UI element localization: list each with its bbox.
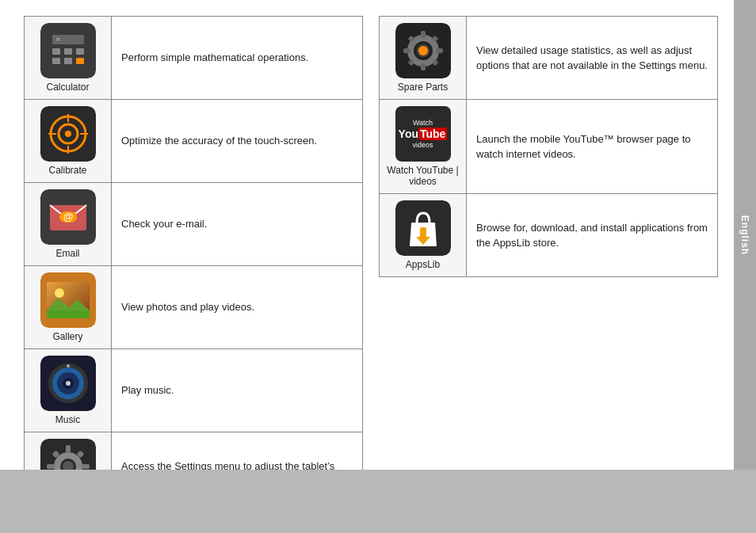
svg-text:@: @ [63,211,73,223]
table-row: Gallery View photos and play videos. [25,266,363,349]
calculator-icon-cell: = Calculator [25,17,112,100]
youtube-desc: Launch the mobile YouTube™ browser page … [467,100,718,194]
language-label: English [739,215,750,254]
youtube-icon-cell: Watch YouTube videos Watch YouTube | vid… [380,100,467,194]
bottom-bar [0,470,756,533]
calculator-desc: Perform simple mathematical operations. [112,17,363,100]
svg-rect-2 [52,48,60,55]
appslib-icon [395,200,451,256]
svg-point-31 [66,381,71,386]
gallery-label: Gallery [29,331,107,342]
svg-rect-38 [47,464,55,469]
table-row: AppsLib Browse for, download, and instal… [380,194,718,277]
gallery-icon [40,272,96,328]
svg-rect-6 [64,58,72,64]
appslib-icon-cell: AppsLib [380,194,467,277]
svg-rect-49 [403,48,410,53]
youtube-icon: Watch YouTube videos [395,106,451,162]
calculator-label: Calculator [29,82,107,93]
right-table-section: Spare Parts View detailed usage statisti… [379,16,718,454]
table-row: @ Email Check your e-mail. [25,183,363,266]
svg-rect-47 [421,31,426,38]
calibrate-icon-cell: Calibrate [25,100,112,183]
svg-rect-36 [66,445,71,453]
svg-rect-7 [76,58,84,64]
svg-point-32 [67,364,70,367]
svg-rect-48 [421,63,426,70]
content-area: = Calculator Perform simple mathematical… [0,0,734,470]
music-desc: Play music. [112,349,363,432]
youtube-label: Watch YouTube | videos [384,165,462,187]
email-desc: Check your e-mail. [112,183,363,266]
svg-rect-25 [47,310,90,318]
music-icon-cell: Music [25,349,112,432]
svg-point-16 [65,131,71,137]
spare-parts-desc: View detailed usage statistics, as well … [467,17,718,100]
language-tab: English [734,0,756,470]
svg-rect-57 [420,227,426,238]
svg-rect-39 [82,464,90,469]
appslib-desc: Browse for, download, and install applic… [467,194,718,277]
email-icon: @ [40,189,96,245]
calculator-icon: = [40,23,96,78]
svg-rect-50 [436,48,443,53]
left-table-section: = Calculator Perform simple mathematical… [24,16,363,454]
table-row: Spare Parts View detailed usage statisti… [380,17,718,100]
svg-point-24 [55,288,64,298]
svg-point-55 [418,46,428,55]
calibrate-label: Calibrate [29,165,107,176]
right-app-table: Spare Parts View detailed usage statisti… [379,16,718,277]
calibrate-icon [40,106,96,162]
spare-parts-icon-cell: Spare Parts [380,17,467,100]
table-row: Calibrate Optimize the accuracy of the t… [25,100,363,183]
svg-rect-5 [52,58,60,64]
left-app-table: = Calculator Perform simple mathematical… [24,16,363,516]
gallery-icon-cell: Gallery [25,266,112,349]
table-row: Watch YouTube videos Watch YouTube | vid… [380,100,718,194]
table-row: = Calculator Perform simple mathematical… [25,17,363,100]
svg-rect-4 [76,48,84,55]
music-label: Music [29,414,107,425]
calibrate-desc: Optimize the accuracy of the touch-scree… [112,100,363,183]
svg-text:=: = [56,36,60,43]
email-label: Email [29,248,107,259]
gallery-desc: View photos and play videos. [112,266,363,349]
music-icon [40,356,96,411]
spare-parts-label: Spare Parts [384,82,462,93]
svg-rect-3 [64,48,72,55]
email-icon-cell: @ Email [25,183,112,266]
spare-parts-icon [395,23,451,78]
appslib-label: AppsLib [384,259,462,270]
table-row: Music Play music. [25,349,363,432]
